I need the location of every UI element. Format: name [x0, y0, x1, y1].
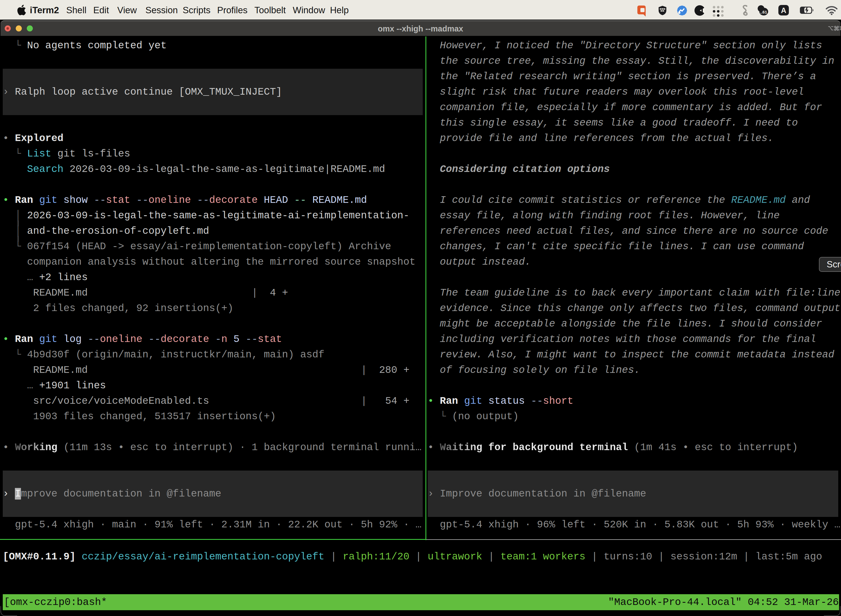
svg-text:1: 1 [839, 25, 841, 31]
svg-text:..61: ..61 [760, 10, 767, 14]
svg-text:A: A [781, 6, 786, 15]
